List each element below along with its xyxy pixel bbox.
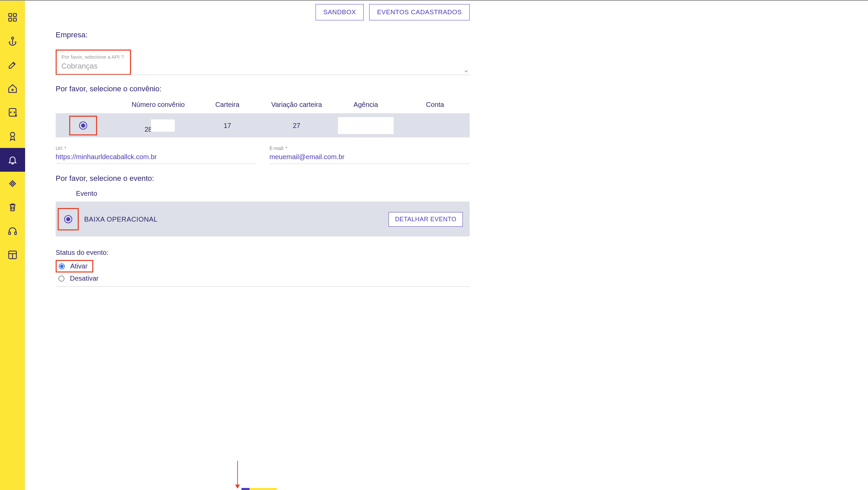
api-value: Cobranças: [61, 62, 124, 71]
nav-download[interactable]: [0, 100, 25, 124]
evento-name: BAIXA OPERACIONAL: [84, 215, 157, 223]
cell-carteira: 17: [193, 122, 262, 130]
nav-anchor[interactable]: [0, 29, 25, 53]
layout-icon: [7, 250, 18, 260]
nav-badge[interactable]: [0, 124, 25, 148]
api-select-highlight: Por favor, selecione a API ? Cobranças: [56, 50, 131, 75]
headphones-icon: [7, 226, 18, 236]
api-hint: Por favor, selecione a API ?: [61, 54, 124, 60]
url-field[interactable]: Url: * https://minhaurldecaballck.com.br: [56, 146, 256, 164]
grid-icon: [7, 12, 18, 22]
svg-rect-8: [8, 232, 10, 235]
email-field[interactable]: E-mail: * meuemail@email.com.br: [269, 146, 470, 164]
evento-col-header: Evento: [56, 188, 470, 202]
svg-point-5: [12, 89, 13, 91]
anchor-icon: [7, 36, 18, 46]
nav-pix[interactable]: [0, 172, 25, 195]
nav-layout[interactable]: [0, 243, 25, 267]
email-label: E-mail: *: [269, 146, 470, 151]
convenio-row[interactable]: 287 17 27: [56, 114, 470, 137]
status-desativar-label: Desativar: [70, 275, 98, 282]
nav-support[interactable]: [0, 219, 25, 243]
col-variacao: Variação carteira: [262, 101, 331, 109]
col-carteira: Carteira: [193, 101, 262, 109]
url-email-row: Url: * https://minhaurldecaballck.com.br…: [56, 146, 470, 164]
svg-rect-0: [8, 14, 12, 17]
status-desativar[interactable]: Desativar: [56, 274, 470, 283]
cell-variacao: 27: [262, 122, 331, 130]
svg-rect-2: [8, 18, 12, 21]
status-ativar[interactable]: Ativar: [59, 262, 88, 271]
trash-icon: [7, 202, 18, 212]
evento-radio[interactable]: [64, 215, 72, 223]
detalhar-evento-button[interactable]: DETALHAR EVENTO: [389, 212, 463, 227]
svg-point-4: [11, 37, 13, 39]
convenio-header: Número convênio Carteira Variação cartei…: [56, 98, 470, 114]
evento-radio-highlight: [58, 208, 79, 230]
chevron-down-icon: [464, 71, 468, 73]
app-root: SANDBOX EVENTOS CADASTRADOS Empresa: Por…: [0, 0, 868, 490]
api-select[interactable]: Por favor, selecione a API ? Cobranças: [56, 50, 470, 75]
edit-icon: [7, 60, 18, 70]
pix-icon: [7, 178, 18, 189]
annotation-arrow: [237, 461, 238, 488]
nav-edit[interactable]: [0, 53, 25, 77]
sandbox-button[interactable]: SANDBOX: [316, 4, 364, 20]
nav-home[interactable]: [0, 77, 25, 100]
email-value: meuemail@email.com.br: [269, 153, 470, 164]
status-ativar-highlight: Ativar: [56, 260, 93, 272]
eventos-cadastrados-button[interactable]: EVENTOS CADASTRADOS: [369, 4, 470, 20]
convenio-title: Por favor, selecione o convênio:: [56, 84, 470, 93]
award-icon: [7, 131, 18, 141]
status-title: Status do evento:: [56, 249, 470, 257]
api-underline: [56, 75, 470, 75]
status-block: Status do evento: Ativar Desativar: [56, 249, 470, 287]
convenio-table: Número convênio Carteira Variação cartei…: [56, 98, 470, 137]
convenio-radio[interactable]: [79, 121, 87, 130]
top-actions: SANDBOX EVENTOS CADASTRADOS: [56, 4, 470, 20]
bell-icon: [7, 155, 18, 165]
redaction-mask: [151, 119, 175, 132]
evento-title: Por favor, selecione o evento:: [56, 174, 470, 183]
col-conta: Conta: [400, 101, 470, 109]
nav-dashboard[interactable]: [0, 5, 25, 29]
col-numero: Número convênio: [124, 101, 193, 109]
home-icon: [7, 83, 18, 94]
main-content: SANDBOX EVENTOS CADASTRADOS Empresa: Por…: [25, 1, 500, 490]
url-value: https://minhaurldecaballck.com.br: [56, 153, 256, 164]
svg-rect-3: [13, 18, 16, 21]
status-ativar-label: Ativar: [70, 262, 88, 270]
svg-rect-1: [13, 14, 16, 17]
nav-trash[interactable]: [0, 195, 25, 219]
evento-row[interactable]: BAIXA OPERACIONAL DETALHAR EVENTO: [56, 202, 470, 237]
radio-desativar[interactable]: [58, 276, 64, 282]
cell-agencia: [331, 114, 400, 137]
col-agencia: Agência: [331, 101, 400, 109]
svg-rect-9: [15, 232, 16, 235]
progress-strip: [242, 488, 277, 490]
url-label: Url: *: [56, 146, 256, 151]
svg-point-7: [10, 132, 15, 137]
convenio-radio-highlight: [69, 116, 97, 135]
empresa-label: Empresa:: [56, 31, 470, 39]
sidebar: [0, 1, 25, 490]
nav-notifications[interactable]: [0, 148, 25, 172]
radio-ativar[interactable]: [59, 263, 65, 269]
code-download-icon: [7, 107, 18, 117]
